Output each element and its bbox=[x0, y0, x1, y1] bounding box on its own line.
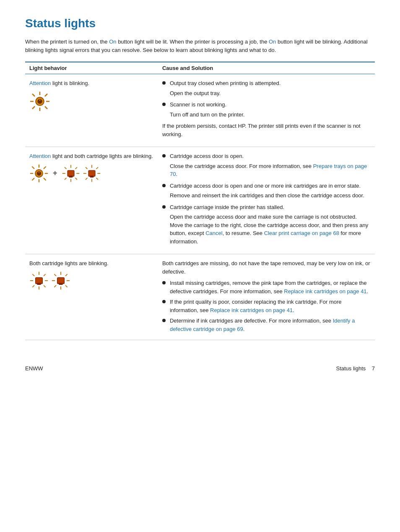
svg-line-16 bbox=[44, 178, 46, 181]
svg-line-46 bbox=[32, 274, 34, 276]
svg-line-48 bbox=[32, 285, 34, 287]
footer-page-label: Status lights 7 bbox=[336, 365, 375, 372]
cause-cell-2: Cartridge access door is open. Close the… bbox=[158, 147, 375, 254]
footer-section-title: Status lights bbox=[336, 365, 366, 372]
svg-point-10 bbox=[39, 99, 40, 100]
sub-text: Open the cartridge access door and make … bbox=[170, 213, 371, 245]
svg-point-21 bbox=[39, 172, 39, 173]
svg-line-18 bbox=[32, 178, 34, 181]
svg-line-17 bbox=[44, 166, 46, 169]
cartridge-blink-icon-3-right bbox=[51, 271, 70, 290]
svg-rect-40 bbox=[88, 170, 95, 176]
behavior-cell-2: Attention light and both cartridge light… bbox=[25, 147, 158, 254]
icon-area-2: + bbox=[29, 164, 154, 183]
bullet-item: If the print quality is poor, consider r… bbox=[162, 298, 371, 314]
svg-line-39 bbox=[96, 178, 98, 179]
sun-blink-icon-1 bbox=[29, 91, 50, 112]
cause-text: Cartridge carriage inside the printer ha… bbox=[170, 203, 284, 212]
svg-line-59 bbox=[65, 285, 68, 287]
cause-text: Install missing cartridges, remove the p… bbox=[170, 279, 371, 295]
cause-block-1: Output tray closed when printing is atte… bbox=[162, 79, 371, 138]
svg-rect-60 bbox=[57, 277, 65, 284]
svg-line-29 bbox=[75, 178, 77, 179]
bullet-dot bbox=[162, 319, 166, 322]
bullet-dot bbox=[162, 154, 166, 158]
icon-area-1 bbox=[29, 91, 154, 113]
bullet-item: Install missing cartridges, remove the p… bbox=[162, 279, 371, 295]
bullet-dot bbox=[162, 81, 166, 85]
cause-text: Cartridge access door is open and one or… bbox=[170, 182, 361, 190]
svg-line-5 bbox=[45, 106, 47, 109]
svg-line-15 bbox=[32, 166, 34, 169]
svg-line-49 bbox=[44, 285, 46, 287]
svg-rect-41 bbox=[90, 176, 94, 177]
col-cause-solution: Cause and Solution bbox=[158, 62, 375, 74]
clear-print-link[interactable]: Clear print carriage on page 68 bbox=[264, 230, 339, 236]
svg-line-28 bbox=[65, 178, 66, 179]
non-bullet-text: If the problem persists, contact HP. The… bbox=[162, 122, 371, 138]
non-bullet-text: Both cartridges are missing, do not have… bbox=[162, 259, 371, 276]
svg-line-57 bbox=[65, 274, 68, 276]
page-footer: ENWW Status lights 7 bbox=[25, 365, 375, 372]
bullet-dot bbox=[162, 205, 166, 209]
col-light-behavior: Light behavior bbox=[25, 62, 158, 74]
bullet-dot bbox=[162, 184, 166, 187]
page-title: Status lights bbox=[25, 17, 375, 30]
sub-text: Close the cartridge access door. For mor… bbox=[170, 162, 371, 178]
table-row: Attention light is blinking. bbox=[25, 74, 375, 147]
sub-text: Remove and reinsert the ink cartridges a… bbox=[170, 191, 371, 200]
prepare-trays-link[interactable]: Prepare trays on page 70 bbox=[170, 163, 367, 178]
svg-rect-50 bbox=[36, 277, 43, 284]
cause-text: Scanner is not working. bbox=[170, 101, 226, 109]
svg-line-7 bbox=[32, 106, 35, 109]
cartridge-blink-icon-right bbox=[83, 164, 101, 183]
svg-line-4 bbox=[32, 94, 35, 96]
icon-area-3 bbox=[29, 271, 154, 290]
attention-link-1[interactable]: Attention bbox=[29, 80, 51, 86]
sub-text: Turn off and turn on the printer. bbox=[170, 111, 371, 119]
svg-line-36 bbox=[86, 167, 87, 169]
svg-rect-30 bbox=[68, 170, 74, 176]
cause-block-2: Cartridge access door is open. Close the… bbox=[162, 152, 371, 245]
table-row: Attention light and both cartridge light… bbox=[25, 147, 375, 254]
status-table: Light behavior Cause and Solution Attent… bbox=[25, 62, 375, 340]
footer-enww: ENWW bbox=[25, 365, 43, 372]
svg-line-26 bbox=[65, 167, 66, 169]
cause-text: Output tray closed when printing is atte… bbox=[170, 79, 281, 88]
svg-line-37 bbox=[96, 167, 98, 169]
svg-line-58 bbox=[54, 285, 56, 287]
bullet-item: Cartridge access door is open. bbox=[162, 152, 371, 160]
bullet-item: Cartridge access door is open and one or… bbox=[162, 182, 371, 190]
on-link-2[interactable]: On bbox=[269, 39, 276, 45]
svg-line-27 bbox=[75, 167, 77, 169]
sun-blink-icon-2 bbox=[29, 164, 49, 183]
svg-rect-31 bbox=[69, 176, 73, 177]
cancel-link[interactable]: Cancel bbox=[205, 230, 222, 236]
svg-line-38 bbox=[86, 178, 87, 179]
svg-rect-51 bbox=[37, 283, 41, 285]
table-row: Both cartridge lights are blinking. bbox=[25, 254, 375, 340]
behavior-text-1: Attention light is blinking. bbox=[29, 79, 154, 88]
cause-text: Determine if ink cartridges are defectiv… bbox=[170, 317, 371, 333]
bullet-item: Cartridge carriage inside the printer ha… bbox=[162, 203, 371, 212]
replace-ink-link-2[interactable]: Replace ink cartridges on page 41 bbox=[210, 307, 293, 313]
cause-text: Cartridge access door is open. bbox=[170, 152, 244, 160]
bullet-dot bbox=[162, 281, 166, 284]
table-header-row: Light behavior Cause and Solution bbox=[25, 62, 375, 74]
cause-block-3: Both cartridges are missing, do not have… bbox=[162, 259, 371, 333]
svg-line-56 bbox=[54, 274, 56, 276]
bullet-item: Scanner is not working. bbox=[162, 101, 371, 109]
intro-paragraph: When the printert is turned on, the On b… bbox=[25, 38, 375, 54]
svg-line-47 bbox=[44, 274, 46, 276]
identify-defective-link[interactable]: Identify a defective cartridge on page 6… bbox=[170, 318, 355, 332]
replace-ink-link-1[interactable]: Replace ink cartridges on page 41 bbox=[284, 288, 366, 294]
behavior-cell-3: Both cartridge lights are blinking. bbox=[25, 254, 158, 340]
attention-link-2[interactable]: Attention bbox=[29, 153, 51, 159]
behavior-text-3: Both cartridge lights are blinking. bbox=[29, 259, 154, 268]
bullet-dot bbox=[162, 300, 166, 303]
on-link-1[interactable]: On bbox=[109, 39, 116, 45]
cartridge-blink-icon-left bbox=[62, 164, 80, 183]
bullet-item: Output tray closed when printing is atte… bbox=[162, 79, 371, 88]
behavior-cell-1: Attention light is blinking. bbox=[25, 74, 158, 147]
plus-sign: + bbox=[53, 169, 57, 178]
